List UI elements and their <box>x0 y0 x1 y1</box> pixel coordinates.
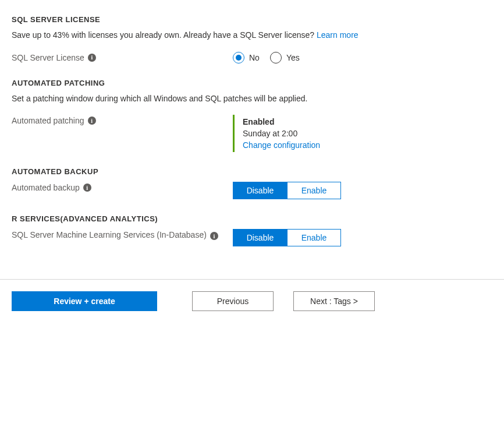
next-button[interactable]: Next : Tags > <box>293 291 375 311</box>
field-label-license: SQL Server License i <box>12 52 233 62</box>
backup-enable-button[interactable]: Enable <box>287 182 340 199</box>
license-radio-group: No Yes <box>233 52 492 63</box>
radio-yes-label: Yes <box>286 53 300 62</box>
backup-label-text: Automated backup <box>12 183 80 192</box>
section-header-rservices: R SERVICES(ADVANCED ANALYTICS) <box>12 214 492 223</box>
learn-more-link[interactable]: Learn more <box>317 30 359 40</box>
license-desc-text: Save up to 43% with licenses you already… <box>12 30 317 40</box>
backup-disable-button[interactable]: Disable <box>233 182 287 199</box>
field-label-rservices: SQL Server Machine Learning Services (In… <box>12 229 233 240</box>
review-create-button[interactable]: Review + create <box>12 291 157 311</box>
patching-status-title: Enabled <box>243 117 492 126</box>
section-header-license: SQL SERVER LICENSE <box>12 15 492 24</box>
section-header-patching: AUTOMATED PATCHING <box>12 79 492 87</box>
radio-circle-icon <box>233 52 244 63</box>
patching-status-block: Enabled Sunday at 2:00 Change configurat… <box>233 115 492 152</box>
section-desc-license: Save up to 43% with licenses you already… <box>12 30 492 41</box>
rservices-enable-button[interactable]: Enable <box>287 230 340 246</box>
patching-label-text: Automated patching <box>12 116 84 125</box>
info-icon[interactable]: i <box>88 117 96 125</box>
previous-button[interactable]: Previous <box>192 291 274 311</box>
backup-toggle-group: Disable Enable <box>233 182 341 199</box>
info-icon[interactable]: i <box>210 232 218 240</box>
license-label-text: SQL Server License <box>12 53 84 62</box>
change-configuration-link[interactable]: Change configuration <box>243 140 492 150</box>
radio-no[interactable]: No <box>233 52 260 63</box>
rservices-toggle-group: Disable Enable <box>233 229 341 246</box>
section-desc-patching: Set a patching window during which all W… <box>12 93 492 105</box>
info-icon[interactable]: i <box>88 54 96 62</box>
footer-buttons: Review + create Previous Next : Tags > <box>12 280 492 325</box>
patching-status-schedule: Sunday at 2:00 <box>243 129 492 138</box>
section-header-backup: AUTOMATED BACKUP <box>12 167 492 176</box>
radio-no-label: No <box>249 53 260 62</box>
rservices-label-text: SQL Server Machine Learning Services (In… <box>12 230 207 239</box>
field-label-patching: Automated patching i <box>12 115 233 125</box>
rservices-disable-button[interactable]: Disable <box>233 230 287 246</box>
radio-circle-icon <box>270 52 282 63</box>
radio-yes[interactable]: Yes <box>270 52 300 63</box>
field-label-backup: Automated backup i <box>12 182 233 192</box>
info-icon[interactable]: i <box>83 184 91 192</box>
